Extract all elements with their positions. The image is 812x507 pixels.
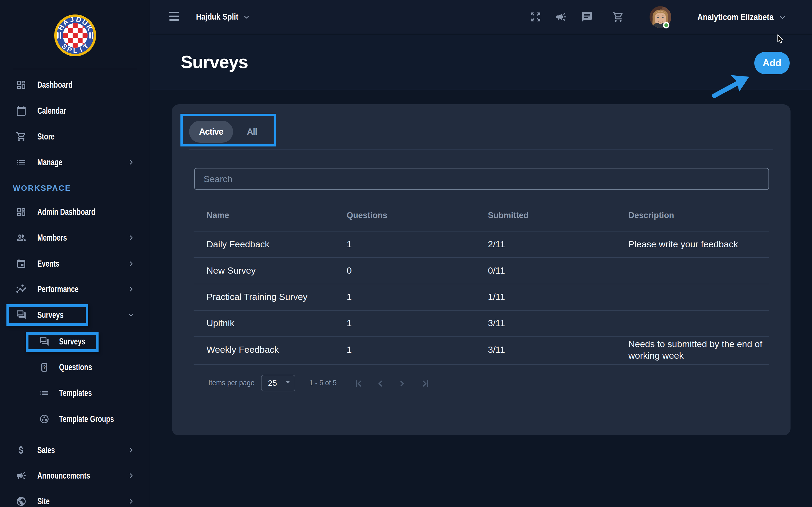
svg-text:?: ? <box>43 364 46 370</box>
svg-text:L: L <box>73 47 77 54</box>
